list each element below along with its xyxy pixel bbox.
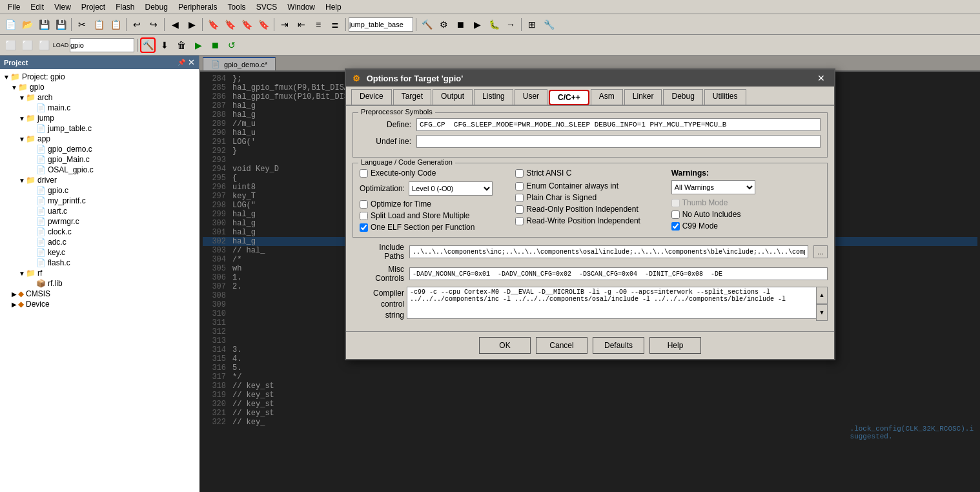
expand-icon[interactable]: ▼	[3, 74, 10, 81]
compiler-textarea[interactable]	[407, 287, 828, 319]
flash-erase-btn[interactable]: 🗑	[174, 37, 189, 53]
tree-item-gpio-main[interactable]: 📄 gpio_Main.c	[3, 154, 196, 165]
expand-icon[interactable]: ▼	[18, 115, 26, 122]
tree-item-jump-table[interactable]: 📄 jump_table.c	[3, 123, 196, 134]
function-combo[interactable]	[349, 17, 413, 32]
menu-project[interactable]: Project	[76, 1, 110, 13]
nav-fwd-btn[interactable]: ▶	[184, 17, 199, 32]
dialog-close-btn[interactable]: ✕	[815, 73, 828, 83]
tree-item-main-c[interactable]: 📄 main.c	[3, 103, 196, 113]
execute-only-cb[interactable]	[360, 169, 368, 178]
help-button[interactable]: Help	[649, 337, 701, 354]
menu-peripherals[interactable]: Peripherals	[173, 1, 223, 13]
step-btn[interactable]: →	[503, 17, 518, 32]
misc-input[interactable]	[409, 267, 828, 280]
settings-btn[interactable]: 🔧	[541, 17, 556, 32]
tab-target[interactable]: Target	[393, 89, 431, 105]
ok-button[interactable]: OK	[479, 337, 531, 354]
periph-btn[interactable]: ⬜	[36, 37, 52, 53]
target-combo[interactable]	[70, 38, 134, 52]
cancel-button[interactable]: Cancel	[536, 337, 587, 354]
tab-user[interactable]: User	[515, 89, 547, 105]
tree-item-cmsis[interactable]: ▶ ◆ CMSIS	[3, 289, 196, 299]
grid-btn[interactable]: ⊞	[524, 17, 540, 32]
tab-listing[interactable]: Listing	[474, 89, 513, 105]
tree-item-clock[interactable]: 📄 clock.c	[3, 227, 196, 237]
expand-icon[interactable]: ▼	[18, 270, 26, 277]
expand-icon[interactable]: ▼	[10, 84, 18, 91]
tree-item-jump[interactable]: ▼ 📁 jump	[3, 113, 196, 123]
run-btn[interactable]: ▶	[469, 17, 485, 32]
split-load-cb[interactable]	[360, 212, 368, 220]
tab-utilities[interactable]: Utilities	[704, 89, 746, 105]
expand-icon[interactable]: ▼	[18, 94, 26, 101]
redo-btn[interactable]: ↪	[146, 17, 161, 32]
menu-edit[interactable]: Edit	[25, 1, 49, 13]
tree-item-driver[interactable]: ▼ 📁 driver	[3, 175, 196, 185]
tree-item-project[interactable]: ▼ 📁 Project: gpio	[3, 72, 196, 82]
tab-linker[interactable]: Linker	[624, 89, 662, 105]
run2-btn[interactable]: ▶	[190, 37, 206, 53]
menu-file[interactable]: File	[3, 1, 25, 13]
nav-back-btn[interactable]: ◀	[167, 17, 183, 32]
new-btn[interactable]: 📄	[3, 17, 18, 32]
menu-tools[interactable]: Tools	[223, 1, 251, 13]
read-only-cb[interactable]	[515, 205, 524, 214]
expand-icon[interactable]: ▶	[10, 291, 18, 298]
thumb-mode-cb[interactable]	[671, 199, 680, 207]
include-paths-browse-btn[interactable]: …	[813, 245, 828, 258]
tab-debug[interactable]: Debug	[663, 89, 702, 105]
defaults-button[interactable]: Defaults	[593, 337, 644, 354]
expand-icon[interactable]: ▼	[18, 136, 26, 143]
project-pin-btn[interactable]: 📌	[178, 57, 185, 67]
define-input[interactable]	[416, 118, 821, 131]
warnings-select[interactable]: All Warnings No Warnings	[671, 180, 755, 194]
copy-btn[interactable]: 📋	[91, 17, 107, 32]
save-all-btn[interactable]: 💾	[53, 17, 68, 32]
menu-view[interactable]: View	[49, 1, 76, 13]
tree-item-app[interactable]: ▼ 📁 app	[3, 134, 196, 144]
tab-output[interactable]: Output	[433, 89, 473, 105]
compiler-scroll-down[interactable]: ▼	[816, 304, 828, 322]
tab-asm[interactable]: Asm	[591, 89, 623, 105]
optimization-select[interactable]: Level 0 (-O0) Level 1 (-O1) Level 2 (-O2…	[409, 181, 493, 196]
enum-cb[interactable]	[515, 182, 524, 190]
indent-btn[interactable]: ⇥	[277, 17, 292, 32]
mem-btn[interactable]: ⬜	[19, 37, 35, 53]
tree-item-arch[interactable]: ▼ 📁 arch	[3, 92, 196, 103]
tree-item-rf-lib[interactable]: 📦 rf.lib	[3, 278, 196, 289]
read-write-cb[interactable]	[515, 217, 524, 225]
bookmark4-btn[interactable]: 🔖	[256, 17, 271, 32]
tree-item-adc[interactable]: 📄 adc.c	[3, 237, 196, 247]
menu-svcs[interactable]: SVCS	[251, 1, 283, 13]
load-btn[interactable]: LOAD	[53, 37, 68, 53]
cpu-btn[interactable]: ⬜	[3, 37, 18, 53]
debug-btn[interactable]: 🐛	[486, 17, 502, 32]
tab-ccpp[interactable]: C/C++	[549, 90, 589, 105]
reset-btn[interactable]: ↺	[224, 37, 240, 53]
cut-btn[interactable]: ✂	[74, 17, 90, 32]
project-close-btn[interactable]: ✕	[188, 57, 195, 67]
tree-item-gpio-folder[interactable]: ▼ 📁 gpio	[3, 82, 196, 92]
undo-btn[interactable]: ↩	[129, 17, 145, 32]
tree-item-pwrmgr[interactable]: 📄 pwrmgr.c	[3, 216, 196, 227]
expand-icon[interactable]: ▼	[18, 177, 26, 184]
optimize-time-cb[interactable]	[360, 200, 368, 209]
stop2-btn[interactable]: ⏹	[207, 37, 223, 53]
open-btn[interactable]: 📂	[19, 17, 35, 32]
one-elf-cb[interactable]	[360, 223, 368, 232]
plain-char-cb[interactable]	[515, 194, 524, 202]
expand-icon[interactable]: ▶	[10, 301, 18, 308]
flash-download-btn[interactable]: ⬇	[157, 37, 172, 53]
strict-ansi-cb[interactable]	[515, 169, 524, 178]
paste-btn[interactable]: 📋	[108, 17, 123, 32]
menu-flash[interactable]: Flash	[110, 1, 139, 13]
tab-device[interactable]: Device	[351, 89, 392, 105]
toggle-btn[interactable]: ≡	[311, 17, 326, 32]
build2-btn[interactable]: ⚙	[436, 17, 451, 32]
outdent-btn[interactable]: ⇤	[294, 17, 309, 32]
tree-item-gpio-demo[interactable]: 📄 gpio_demo.c	[3, 144, 196, 154]
build-btn[interactable]: 🔨	[419, 17, 434, 32]
save-btn[interactable]: 💾	[36, 17, 52, 32]
tree-item-osal[interactable]: 📄 OSAL_gpio.c	[3, 165, 196, 175]
